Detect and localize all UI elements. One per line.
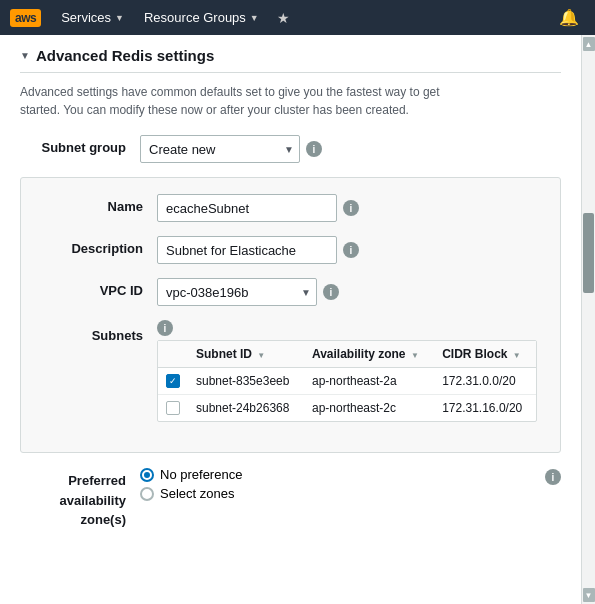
subnet-az-cell-1: ap-northeast-2c [304, 395, 434, 422]
subnets-row: Subnets i Subnet ID ▼ [37, 320, 544, 422]
subnet-id-cell-0: subnet-835e3eeb [188, 368, 304, 395]
subnets-info-icon[interactable]: i [157, 320, 173, 336]
subnet-checkbox-0[interactable] [166, 374, 180, 388]
subnet-cidr-cell-1: 172.31.16.0/20 [434, 395, 536, 422]
vpc-dropdown-wrapper: vpc-038e196b ▼ [157, 278, 317, 306]
subnet-group-row: Subnet group Create new ▼ i [20, 135, 561, 163]
table-row: subnet-24b26368ap-northeast-2c172.31.16.… [158, 395, 536, 422]
table-row: subnet-835e3eebap-northeast-2a172.31.0.0… [158, 368, 536, 395]
subnet-group-dropdown[interactable]: Create new [140, 135, 300, 163]
subnets-control: i Subnet ID ▼ [157, 320, 544, 422]
preferred-az-row: Preferredavailabilityzone(s) No preferen… [20, 467, 561, 530]
vpc-id-control: vpc-038e196b ▼ i [157, 278, 544, 306]
scrollbar-down-arrow-icon[interactable]: ▼ [583, 588, 595, 602]
description-label: Description [37, 236, 157, 256]
description-row: Description i [37, 236, 544, 264]
resource-groups-nav-item[interactable]: Resource Groups ▼ [136, 6, 267, 29]
description-control: i [157, 236, 544, 264]
scrollbar-thumb[interactable] [583, 213, 594, 293]
notifications-bell-icon[interactable]: 🔔 [553, 4, 585, 31]
vpc-id-value: vpc-038e196b [166, 285, 248, 300]
section-description: Advanced settings have common defaults s… [20, 83, 440, 119]
aws-logo-text: aws [10, 9, 41, 27]
preferred-az-control: No preference Select zones [140, 467, 545, 501]
name-control: i [157, 194, 544, 222]
resource-groups-chevron-icon: ▼ [250, 13, 259, 23]
subnet-cidr-cell-0: 172.31.0.0/20 [434, 368, 536, 395]
subnets-table: Subnet ID ▼ Availability zone ▼ CIDR Blo… [158, 341, 536, 421]
scrollbar-track: ▲ ▼ [581, 35, 595, 604]
subnet-group-control: Create new ▼ i [140, 135, 561, 163]
subnets-table-container: Subnet ID ▼ Availability zone ▼ CIDR Blo… [157, 340, 537, 422]
name-info-icon[interactable]: i [343, 200, 359, 216]
preferred-az-label: Preferredavailabilityzone(s) [20, 467, 140, 530]
main-content: ▼ Advanced Redis settings Advanced setti… [0, 35, 595, 604]
content-area: ▼ Advanced Redis settings Advanced setti… [0, 35, 581, 604]
col-cidr-header: CIDR Block ▼ [434, 341, 536, 368]
vpc-id-dropdown[interactable]: vpc-038e196b [157, 278, 317, 306]
subnet-id-sort-icon[interactable]: ▼ [257, 351, 265, 360]
select-zones-radio-item[interactable]: Select zones [140, 486, 234, 501]
services-chevron-icon: ▼ [115, 13, 124, 23]
col-az-header: Availability zone ▼ [304, 341, 434, 368]
col-subnet-id-header: Subnet ID ▼ [188, 341, 304, 368]
cidr-sort-icon[interactable]: ▼ [513, 351, 521, 360]
top-nav: aws Services ▼ Resource Groups ▼ ★ 🔔 [0, 0, 595, 35]
aws-logo: aws [10, 9, 41, 27]
scrollbar-thumb-area [582, 53, 595, 586]
subnet-checkbox-1[interactable] [166, 401, 180, 415]
subnets-label: Subnets [37, 320, 157, 343]
subnet-az-cell-0: ap-northeast-2a [304, 368, 434, 395]
scrollbar-up-arrow-icon[interactable]: ▲ [583, 37, 595, 51]
section-collapse-icon[interactable]: ▼ [20, 50, 30, 61]
description-info-icon[interactable]: i [343, 242, 359, 258]
preferred-az-info-icon[interactable]: i [545, 469, 561, 485]
section-title: Advanced Redis settings [36, 47, 214, 64]
favorites-star-icon[interactable]: ★ [271, 6, 296, 30]
az-sort-icon[interactable]: ▼ [411, 351, 419, 360]
vpc-info-icon[interactable]: i [323, 284, 339, 300]
subnet-group-value: Create new [149, 142, 215, 157]
no-preference-radio-item[interactable]: No preference [140, 467, 242, 482]
col-checkbox-header [158, 341, 188, 368]
subnet-group-dropdown-wrapper: Create new ▼ [140, 135, 300, 163]
select-zones-label: Select zones [160, 486, 234, 501]
description-input[interactable] [157, 236, 337, 264]
vpc-id-row: VPC ID vpc-038e196b ▼ i [37, 278, 544, 306]
name-input[interactable] [157, 194, 337, 222]
vpc-id-label: VPC ID [37, 278, 157, 298]
select-zones-radio-icon[interactable] [140, 487, 154, 501]
section-header: ▼ Advanced Redis settings [20, 47, 561, 73]
services-label: Services [61, 10, 111, 25]
no-preference-radio-icon[interactable] [140, 468, 154, 482]
name-label: Name [37, 194, 157, 214]
services-nav-item[interactable]: Services ▼ [53, 6, 132, 29]
subnet-group-label: Subnet group [20, 135, 140, 155]
name-row: Name i [37, 194, 544, 222]
no-preference-label: No preference [160, 467, 242, 482]
subnet-id-cell-1: subnet-24b26368 [188, 395, 304, 422]
subnet-group-info-icon[interactable]: i [306, 141, 322, 157]
resource-groups-label: Resource Groups [144, 10, 246, 25]
